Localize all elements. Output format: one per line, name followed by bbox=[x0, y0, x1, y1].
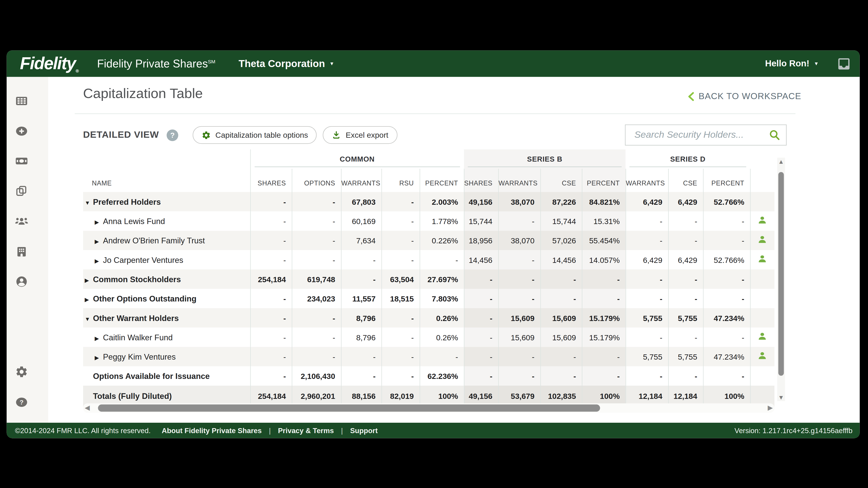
value-cell: 7.803% bbox=[420, 289, 464, 308]
value-cell: - bbox=[668, 269, 703, 289]
group-spacer bbox=[750, 150, 774, 169]
table-header: COMMONSERIES BSERIES DNAMESHARESOPTIONSW… bbox=[83, 150, 774, 192]
scroll-down-arrow-icon[interactable]: ▼ bbox=[777, 393, 785, 401]
value-cell: 47.234% bbox=[703, 347, 750, 366]
collapse-arrow-icon[interactable]: ▼ bbox=[85, 199, 93, 206]
sidebar-item-table-grid-icon[interactable] bbox=[14, 94, 29, 108]
footer-link-about[interactable]: About Fidelity Private Shares bbox=[162, 426, 262, 435]
value-cell: - bbox=[250, 231, 292, 250]
value-cell: - bbox=[250, 347, 292, 366]
value-cell: 11,557 bbox=[341, 289, 381, 308]
holder-icon-cell bbox=[750, 192, 774, 211]
value-cell: 7,634 bbox=[341, 231, 381, 250]
value-cell: 52.766% bbox=[703, 192, 750, 211]
column-header: WARRANTS bbox=[498, 169, 540, 192]
expand-arrow-icon[interactable]: ▶ bbox=[95, 257, 103, 263]
chevron-down-icon: ▼ bbox=[330, 61, 334, 67]
gear-icon bbox=[202, 130, 211, 140]
scroll-up-arrow-icon[interactable]: ▲ bbox=[777, 158, 785, 165]
table-row: ▶Jo Carpenter Ventures-----14,456-14,456… bbox=[83, 250, 774, 269]
sidebar-item-gear-icon[interactable] bbox=[14, 365, 29, 379]
cap-table-options-button[interactable]: Capitalization table options bbox=[193, 126, 317, 144]
sidebar-item-question-circle-icon[interactable]: ? bbox=[14, 395, 29, 409]
value-cell: - bbox=[626, 269, 668, 289]
column-group-label: COMMON bbox=[250, 150, 464, 169]
search-icon[interactable] bbox=[768, 129, 780, 141]
horizontal-scroll-thumb[interactable] bbox=[98, 404, 600, 412]
inbox-icon[interactable] bbox=[837, 56, 851, 71]
value-cell: 38,070 bbox=[498, 192, 540, 211]
expand-arrow-icon[interactable]: ▶ bbox=[95, 219, 103, 225]
footer-link-privacy[interactable]: Privacy & Terms bbox=[278, 426, 334, 435]
registered-mark: ® bbox=[75, 69, 78, 73]
value-cell: - bbox=[668, 289, 703, 308]
value-cell: - bbox=[250, 192, 292, 211]
value-cell: - bbox=[498, 289, 540, 308]
person-icon[interactable] bbox=[757, 234, 768, 244]
row-name-cell: ▶Peggy Kim Ventures bbox=[83, 347, 250, 366]
value-cell: - bbox=[464, 327, 498, 347]
excel-export-button[interactable]: Excel export bbox=[323, 126, 397, 144]
search-input[interactable] bbox=[633, 129, 768, 141]
value-cell: 15,609 bbox=[498, 327, 540, 347]
value-cell: 15,744 bbox=[464, 211, 498, 231]
body: ? Capitalization Table BACK TO WORKSPACE… bbox=[7, 77, 860, 423]
table-row: ▶Common Stockholders254,184619,748-63,50… bbox=[83, 269, 774, 289]
expand-arrow-icon[interactable]: ▶ bbox=[95, 335, 103, 341]
row-name-label: Totals (Fully Diluted) bbox=[93, 392, 172, 400]
vertical-scroll-thumb[interactable] bbox=[778, 172, 784, 376]
footer-link-support[interactable]: Support bbox=[350, 426, 378, 435]
value-cell: - bbox=[626, 327, 668, 347]
main-content: Capitalization Table BACK TO WORKSPACE D… bbox=[48, 77, 860, 423]
collapse-arrow-icon[interactable]: ▼ bbox=[85, 316, 93, 322]
expand-arrow-icon[interactable]: ▶ bbox=[85, 296, 93, 302]
expand-arrow-icon[interactable]: ▶ bbox=[95, 238, 103, 244]
chevron-down-icon: ▼ bbox=[814, 61, 819, 67]
sidebar-item-people-group-icon[interactable] bbox=[14, 214, 29, 228]
holder-icon-cell bbox=[750, 231, 774, 250]
sidebar-item-building-icon[interactable] bbox=[14, 245, 29, 259]
sidebar-item-banknote-icon[interactable] bbox=[14, 154, 29, 168]
row-name-cell: ▼Other Warrant Holders bbox=[83, 308, 250, 327]
value-cell: - bbox=[464, 269, 498, 289]
value-cell: - bbox=[464, 366, 498, 386]
company-selector[interactable]: Theta Corporation ▼ bbox=[235, 57, 338, 70]
value-cell: 49,156 bbox=[464, 192, 498, 211]
holder-icon-cell bbox=[750, 366, 774, 386]
user-menu[interactable]: Hello Ron! ▼ bbox=[762, 58, 822, 69]
value-cell: - bbox=[668, 231, 703, 250]
sidebar-item-person-circle-icon[interactable] bbox=[14, 274, 29, 289]
scroll-left-arrow-icon[interactable]: ◀ bbox=[85, 404, 90, 412]
value-cell: - bbox=[582, 269, 626, 289]
row-name-label: Other Options Outstanding bbox=[93, 294, 196, 303]
person-icon[interactable] bbox=[757, 331, 768, 341]
value-cell: - bbox=[540, 347, 582, 366]
value-cell: 15,744 bbox=[540, 211, 582, 231]
value-cell: 6,429 bbox=[626, 250, 668, 269]
back-to-workspace-link[interactable]: BACK TO WORKSPACE bbox=[688, 91, 801, 101]
group-spacer bbox=[83, 150, 250, 169]
column-group-label: SERIES B bbox=[464, 150, 626, 169]
scroll-right-arrow-icon[interactable]: ▶ bbox=[768, 404, 773, 412]
person-icon[interactable] bbox=[757, 254, 768, 264]
column-header-row: NAMESHARESOPTIONSWARRANTSRSUPERCENTSHARE… bbox=[83, 169, 774, 192]
sidebar-item-plus-circle-icon[interactable] bbox=[14, 124, 29, 138]
svg-text:?: ? bbox=[20, 399, 24, 406]
column-header: RSU bbox=[381, 169, 420, 192]
column-header: PERCENT bbox=[703, 169, 750, 192]
person-icon[interactable] bbox=[757, 351, 768, 360]
help-icon[interactable]: ? bbox=[167, 129, 178, 141]
value-cell: 63,504 bbox=[381, 269, 420, 289]
expand-arrow-icon[interactable]: ▶ bbox=[95, 354, 103, 360]
value-cell: - bbox=[381, 366, 420, 386]
person-icon[interactable] bbox=[757, 215, 768, 225]
value-cell: - bbox=[498, 269, 540, 289]
value-cell: - bbox=[626, 289, 668, 308]
sidebar-item-copy-documents-icon[interactable] bbox=[14, 184, 29, 198]
expand-arrow-icon[interactable]: ▶ bbox=[85, 277, 93, 283]
value-cell: - bbox=[703, 211, 750, 231]
value-cell: 0.26% bbox=[420, 327, 464, 347]
value-cell: 5,755 bbox=[668, 347, 703, 366]
value-cell: 2,106,430 bbox=[292, 366, 341, 386]
value-cell: - bbox=[582, 347, 626, 366]
